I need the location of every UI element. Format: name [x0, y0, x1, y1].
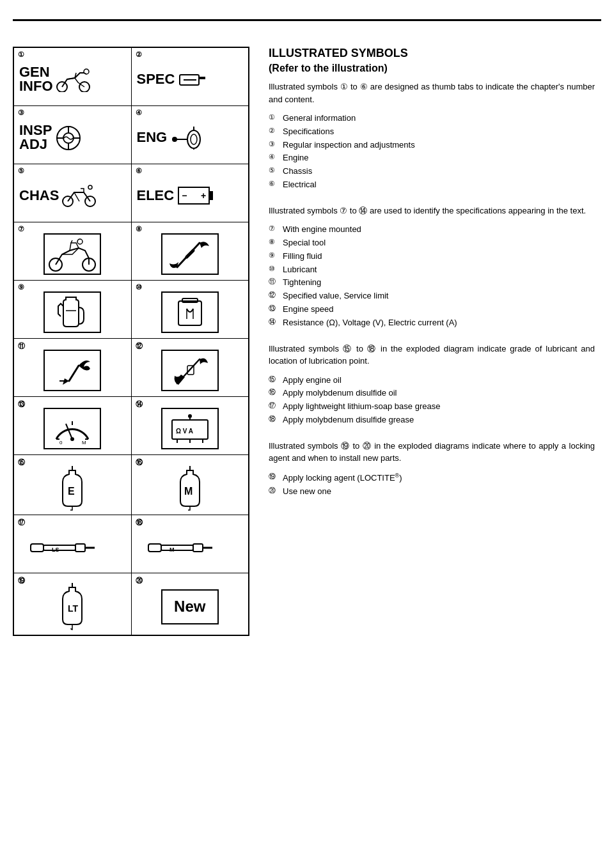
- svg-rect-46: [75, 544, 85, 552]
- symbol-box-10: [161, 291, 219, 333]
- list-item: ⑦With engine mounted: [269, 223, 595, 236]
- cell-num-18: ⑱: [136, 518, 143, 527]
- moly-oil-icon: M: [168, 463, 212, 511]
- insp-adj-label: INSPADJ: [19, 123, 52, 151]
- cell-num-4: ④: [136, 109, 142, 117]
- cell-insp-adj: ③ INSPADJ: [14, 106, 132, 164]
- special-tool-icon: [164, 236, 216, 272]
- cell-19: ⑲ LT: [14, 573, 132, 635]
- engine-mounted-icon: [47, 236, 98, 272]
- cell-12: ⑫: [132, 339, 249, 396]
- resistance-icon: Ω V A: [164, 411, 216, 446]
- list-item: ①General information: [269, 112, 595, 125]
- svg-rect-51: [193, 544, 203, 552]
- battery-body: − +: [178, 187, 210, 205]
- list-item: ⑯Apply molybdenum disulfide oil: [269, 387, 595, 400]
- engine-icon: [169, 125, 201, 150]
- cell-num-3: ③: [18, 109, 24, 117]
- svg-point-12: [172, 137, 177, 142]
- list-item: ⑭Resistance (Ω), Voltage (V), Electric c…: [269, 316, 595, 330]
- symbol-box-13: 0 M: [43, 408, 101, 449]
- list-item: ⑰Apply lightweight lithium-soap base gre…: [269, 400, 595, 414]
- grid-row-8: ⑮ E ⑯ M: [14, 455, 248, 515]
- cell-num-13: ⑬: [18, 399, 25, 409]
- battery-tip: [210, 191, 213, 200]
- list-item: ⑪Tightening: [269, 276, 595, 290]
- grid-row-3: ⑤ CHAS ⑥ ELEC: [14, 164, 248, 222]
- list-2: ⑦With engine mounted ⑧Special tool ⑨Fill…: [269, 223, 595, 329]
- cell-num-8: ⑧: [136, 225, 142, 233]
- symbol-box-14: Ω V A: [161, 408, 219, 449]
- intro-1: Illustrated symbols ① to ⑥ are designed …: [269, 81, 595, 105]
- svg-rect-44: [31, 544, 43, 552]
- svg-rect-4: [199, 77, 205, 79]
- spec-label: SPEC: [137, 72, 175, 86]
- svg-text:LS: LS: [52, 546, 59, 553]
- svg-text:M: M: [169, 546, 175, 553]
- grid-row-1: ① GENINFO ② SPEC: [14, 48, 248, 106]
- bicycle-icon: [61, 183, 97, 208]
- svg-point-40: [188, 414, 192, 418]
- cell-num-6: ⑥: [136, 167, 142, 175]
- svg-line-29: [66, 424, 72, 439]
- filling-fluid-icon: [47, 295, 98, 330]
- svg-point-17: [88, 185, 92, 189]
- svg-point-20: [77, 239, 83, 244]
- svg-rect-49: [148, 544, 161, 552]
- symbol-box-8: [161, 233, 219, 275]
- list-item: ⑳Use new one: [269, 485, 595, 499]
- symbol-box-7: [43, 233, 101, 275]
- grid-row-5: ⑨ ⑩: [14, 281, 248, 339]
- cell-11: ⑪: [14, 339, 132, 396]
- cell-gen-info: ① GENINFO: [14, 48, 132, 105]
- list-item: ⑬Engine speed: [269, 303, 595, 316]
- cell-18: ⑱ M: [132, 515, 249, 573]
- cell-eng: ④ ENG: [132, 106, 249, 164]
- new-label: New: [174, 598, 205, 616]
- list-item: ⑤Chassis: [269, 165, 595, 178]
- gen-info-label: GENINFO: [19, 65, 53, 93]
- svg-text:Ω V A: Ω V A: [176, 428, 193, 435]
- symbol-box-12: [161, 350, 219, 391]
- cell-9: ⑨: [14, 281, 132, 338]
- list-item: ②Specifications: [269, 125, 595, 139]
- grid-row-9: ⑰ LS ⑱ M: [14, 515, 248, 573]
- symbol-box-11: [43, 350, 101, 391]
- list-item: ⑫Specified value, Service limit: [269, 290, 595, 303]
- cell-7: ⑦: [14, 222, 132, 280]
- intro-3: Illustrated symbols ⑮ to ⑱ in the explod…: [269, 343, 595, 368]
- cell-num-10: ⑩: [136, 283, 142, 291]
- cell-num-20: ⑳: [136, 576, 143, 585]
- cell-14: ⑭ Ω V A: [132, 397, 249, 454]
- symbol-grid: ① GENINFO ② SPEC: [13, 47, 249, 636]
- svg-text:M: M: [82, 440, 86, 446]
- list-item: ⑮Apply engine oil: [269, 374, 595, 387]
- cell-num-1: ①: [18, 50, 24, 59]
- intro-4: Illustrated symbols ⑲ to ⑳ in the explod…: [269, 440, 595, 465]
- section-subtitle: (Refer to the illustration): [269, 63, 595, 74]
- cell-num-17: ⑰: [18, 518, 25, 527]
- grid-row-10: ⑲ LT ⑳ New: [14, 573, 248, 635]
- svg-rect-22: [178, 301, 201, 325]
- engine-oil-icon: E: [50, 463, 95, 511]
- eng-label: ENG: [137, 130, 168, 144]
- cell-num-2: ②: [136, 50, 142, 59]
- grid-row-4: ⑦ ⑧: [14, 222, 248, 281]
- grid-row-2: ③ INSPADJ ④ ENG: [14, 106, 248, 164]
- cell-num-15: ⑮: [18, 458, 25, 467]
- svg-text:0: 0: [59, 440, 63, 446]
- cell-num-19: ⑲: [18, 576, 25, 585]
- new-box: New: [161, 589, 219, 624]
- grid-row-7: ⑬ 0 M ⑭: [14, 397, 248, 455]
- loctite-icon: LT: [50, 580, 95, 631]
- svg-point-10: [191, 134, 197, 144]
- list-item: ⑥Electrical: [269, 178, 595, 192]
- tightening-icon: [47, 353, 98, 388]
- list-4: ⑲Apply locking agent (LOCTITE®) ⑳Use new…: [269, 471, 595, 499]
- list-item: ③Regular inspection and adjustments: [269, 139, 595, 152]
- cell-chas: ⑤ CHAS: [14, 164, 132, 222]
- cell-13: ⑬ 0 M: [14, 397, 132, 454]
- cell-20: ⑳ New: [132, 573, 249, 635]
- engine-speed-icon: 0 M: [47, 411, 98, 446]
- cell-num-11: ⑪: [18, 341, 25, 351]
